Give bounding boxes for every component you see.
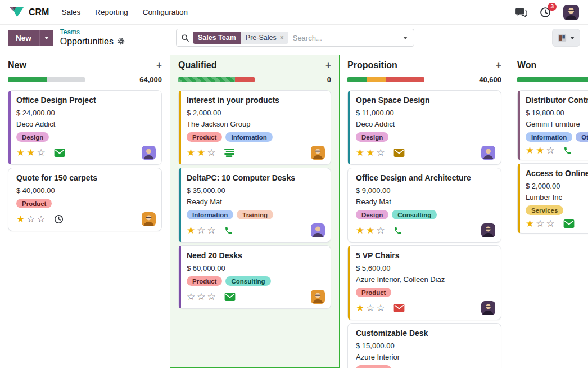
menu-reporting[interactable]: Reporting <box>95 8 128 16</box>
card-title: Customizable Desk <box>356 329 495 338</box>
star-empty-icon[interactable]: ☆ <box>546 145 557 156</box>
star-empty-icon[interactable]: ☆ <box>377 225 387 236</box>
progress-segment[interactable] <box>517 77 588 82</box>
star-filled-icon[interactable]: ★ <box>526 145 536 156</box>
star-filled-icon[interactable]: ★ <box>197 147 207 158</box>
kanban-card[interactable]: Interest in your products $ 2,000.00 The… <box>178 90 331 165</box>
star-filled-icon[interactable]: ★ <box>366 225 376 236</box>
priority-stars[interactable]: ★☆☆ <box>526 219 557 228</box>
priority-stars[interactable]: ★★☆ <box>356 226 387 235</box>
progress-segment[interactable] <box>347 77 367 82</box>
envelope-icon[interactable] <box>563 219 575 228</box>
app-brand[interactable]: CRM <box>9 6 49 19</box>
star-empty-icon[interactable]: ☆ <box>536 218 546 229</box>
star-empty-icon[interactable]: ☆ <box>187 291 197 302</box>
star-filled-icon[interactable]: ★ <box>26 147 37 158</box>
user-avatar[interactable] <box>563 5 579 20</box>
star-filled-icon[interactable]: ★ <box>16 214 26 225</box>
kanban-card[interactable]: Need 20 Desks $ 60,000.00 ProductConsult… <box>178 245 331 309</box>
salesperson-avatar[interactable] <box>481 146 495 160</box>
phone-icon[interactable] <box>393 226 402 235</box>
star-empty-icon[interactable]: ☆ <box>377 303 387 313</box>
list-icon[interactable] <box>224 149 234 157</box>
star-filled-icon[interactable]: ★ <box>366 147 376 158</box>
kanban-card[interactable]: Customizable Desk $ 15,000.00 Azure Inte… <box>347 323 501 368</box>
menu-configuration[interactable]: Configuration <box>143 8 188 16</box>
priority-stars[interactable]: ★☆☆ <box>16 214 47 224</box>
new-button[interactable]: New <box>8 30 39 46</box>
star-empty-icon[interactable]: ☆ <box>26 214 37 225</box>
envelope-icon[interactable] <box>54 149 65 157</box>
column-title: New <box>8 60 26 70</box>
star-empty-icon[interactable]: ☆ <box>207 225 218 236</box>
breadcrumb-teams-link[interactable]: Teams <box>60 29 125 37</box>
star-filled-icon[interactable]: ★ <box>187 147 197 158</box>
priority-stars[interactable]: ★☆☆ <box>356 303 387 313</box>
star-filled-icon[interactable]: ★ <box>187 225 197 236</box>
kanban-card[interactable]: Office Design Project $ 24,000.00 Deco A… <box>8 90 162 165</box>
star-empty-icon[interactable]: ☆ <box>377 147 387 158</box>
search-input[interactable] <box>292 33 392 43</box>
star-filled-icon[interactable]: ★ <box>356 147 366 158</box>
salesperson-avatar[interactable] <box>311 290 325 304</box>
star-empty-icon[interactable]: ☆ <box>37 147 47 158</box>
gear-icon[interactable] <box>117 37 125 46</box>
add-record-icon[interactable]: + <box>496 60 501 71</box>
kanban-card[interactable]: Quote for 150 carpets $ 40,000.00 Produc… <box>8 168 162 231</box>
search-options-toggle[interactable] <box>397 29 414 46</box>
progress-segment[interactable] <box>8 77 47 82</box>
star-filled-icon[interactable]: ★ <box>536 145 546 156</box>
star-filled-icon[interactable]: ★ <box>356 303 366 313</box>
facet-remove-icon[interactable]: × <box>280 34 284 42</box>
progress-segment[interactable] <box>367 77 386 82</box>
clock-icon[interactable] <box>54 214 64 224</box>
salesperson-avatar[interactable] <box>142 146 156 160</box>
phone-icon[interactable] <box>563 146 572 155</box>
add-record-icon[interactable]: + <box>156 60 162 71</box>
envelope-icon[interactable] <box>393 304 405 312</box>
view-switcher-button[interactable] <box>552 29 580 47</box>
salesperson-avatar[interactable] <box>311 146 325 160</box>
envelope-icon[interactable] <box>224 293 236 301</box>
tag-pill: Consulting <box>225 276 270 286</box>
star-empty-icon[interactable]: ☆ <box>197 225 207 236</box>
star-filled-icon[interactable]: ★ <box>356 225 366 236</box>
priority-stars[interactable]: ★★☆ <box>526 146 557 155</box>
salesperson-avatar[interactable] <box>481 223 495 237</box>
priority-stars[interactable]: ★★☆ <box>356 148 387 158</box>
progress-segment[interactable] <box>235 77 255 82</box>
star-filled-icon[interactable]: ★ <box>526 218 536 229</box>
star-empty-icon[interactable]: ☆ <box>546 218 557 229</box>
kanban-column: Qualified + 0 Interest in your products … <box>170 55 340 368</box>
star-empty-icon[interactable]: ☆ <box>197 291 207 302</box>
kanban-card[interactable]: Distributor Contract $ 19,800.00 Gemini … <box>517 90 588 160</box>
priority-stars[interactable]: ★☆☆ <box>187 226 218 235</box>
messages-icon[interactable] <box>515 7 527 17</box>
salesperson-avatar[interactable] <box>142 212 156 226</box>
priority-stars[interactable]: ★★☆ <box>187 148 218 158</box>
search-facet[interactable]: Sales Team Pre-Sales × <box>193 32 288 44</box>
new-dropdown-toggle[interactable] <box>39 30 53 46</box>
phone-icon[interactable] <box>224 226 233 235</box>
star-empty-icon[interactable]: ☆ <box>366 303 376 313</box>
priority-stars[interactable]: ★★☆ <box>16 148 47 158</box>
app-name[interactable]: CRM <box>29 7 49 17</box>
menu-sales[interactable]: Sales <box>61 8 80 16</box>
salesperson-avatar[interactable] <box>311 223 325 237</box>
star-empty-icon[interactable]: ☆ <box>207 291 218 302</box>
kanban-card[interactable]: 5 VP Chairs $ 5,600.00 Azure Interior, C… <box>347 245 501 320</box>
salesperson-avatar[interactable] <box>481 301 495 315</box>
envelope-icon[interactable] <box>393 149 405 157</box>
star-empty-icon[interactable]: ☆ <box>207 147 218 158</box>
priority-stars[interactable]: ☆☆☆ <box>187 292 218 302</box>
kanban-card[interactable]: Open Space Design $ 11,000.00 Deco Addic… <box>347 90 501 165</box>
progress-segment[interactable] <box>386 77 425 82</box>
kanban-card[interactable]: Office Design and Architecture $ 9,000.0… <box>347 168 501 243</box>
activities-clock-icon[interactable]: 3 <box>540 7 551 18</box>
kanban-card[interactable]: DeltaPC: 10 Computer Desks $ 35,000.00 R… <box>178 168 331 243</box>
star-filled-icon[interactable]: ★ <box>16 147 26 158</box>
star-empty-icon[interactable]: ☆ <box>37 214 47 225</box>
add-record-icon[interactable]: + <box>325 60 331 71</box>
progress-segment[interactable] <box>178 77 235 82</box>
kanban-card[interactable]: Access to Online Catalog $ 2,000.00 Lumb… <box>517 163 588 234</box>
